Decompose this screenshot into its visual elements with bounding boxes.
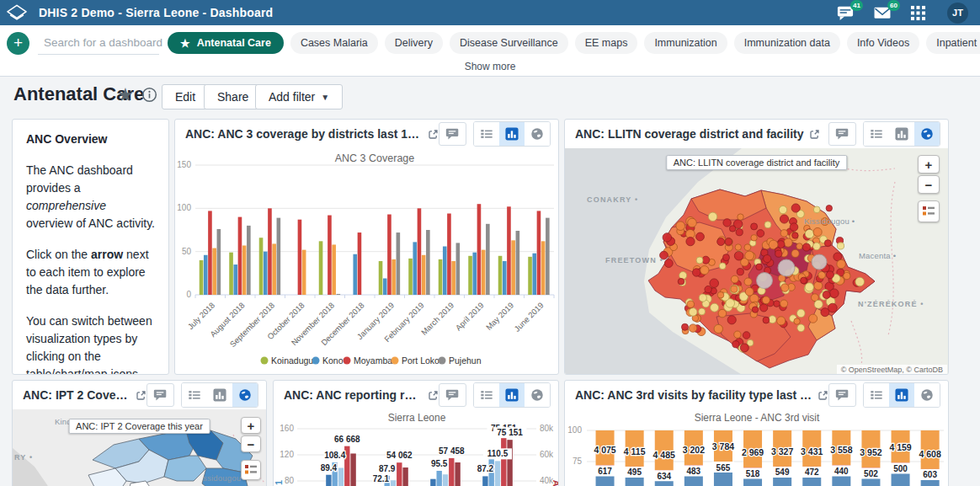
layers-button[interactable] [918, 200, 940, 222]
svg-text:75: 75 [573, 457, 583, 466]
table-view-button[interactable] [474, 383, 499, 407]
table-view-button[interactable] [864, 383, 889, 407]
dashboard-chip-inpatient-bmi-weight-and-height[interactable]: Inpatient BMI, Weight and Height [926, 32, 980, 54]
table-view-button[interactable] [182, 383, 207, 407]
dhis2-logo[interactable] [0, 0, 34, 25]
table-view-button[interactable] [474, 122, 499, 146]
chart-view-button[interactable] [499, 383, 525, 407]
share-button-label: Share [217, 90, 248, 104]
dashboard-chip-info-videos[interactable]: Info Videos [847, 32, 919, 54]
mail-icon[interactable]: 60 [873, 4, 892, 21]
apps-grid-icon[interactable] [910, 4, 929, 21]
chart-view-button[interactable] [889, 122, 914, 146]
grid-icon [910, 5, 926, 21]
comments-button[interactable] [828, 383, 856, 407]
svg-text:3 558: 3 558 [830, 445, 852, 455]
view-switcher [473, 121, 551, 147]
svg-text:617: 617 [598, 467, 612, 476]
dashboard-chip-cases-malaria[interactable]: Cases Malaria [290, 32, 378, 54]
chip-label: Inpatient BMI, Weight and Height [936, 37, 980, 49]
overview-title: ANC Overview [26, 131, 155, 148]
svg-text:Kissidougou •: Kissidougou • [804, 216, 855, 226]
dashboard-chip-antenatal-care[interactable]: ★Antenatal Care [168, 32, 284, 54]
dashboard-chip-ee-maps[interactable]: EE maps [575, 32, 638, 54]
open-in-app-icon[interactable] [809, 129, 820, 140]
zoom-out-button[interactable]: − [918, 175, 940, 194]
table-view-button[interactable] [864, 122, 889, 146]
new-dashboard-button[interactable]: + [7, 32, 29, 55]
svg-text:150: 150 [177, 160, 191, 169]
overview-p2-strong: arrow [91, 248, 123, 261]
map-view-button[interactable] [525, 383, 550, 407]
svg-text:472: 472 [805, 467, 819, 477]
anc3-card-title: ANC: ANC 3 coverage by districts last 12… [185, 127, 423, 141]
share-button[interactable]: Share [204, 84, 262, 109]
comments-button[interactable] [146, 383, 174, 407]
comments-button[interactable] [439, 122, 466, 146]
dashboard-chip-delivery[interactable]: Delivery [385, 32, 443, 54]
llitn-map-canvas[interactable]: Kindia •CONAKRY •FREETOWN •Kissidougou •… [565, 148, 949, 375]
add-filter-button[interactable]: Add filter▼ [255, 84, 343, 109]
comments-button[interactable] [828, 122, 856, 146]
svg-text:Kono: Kono [322, 355, 344, 366]
layers-icon [922, 205, 935, 218]
svg-text:ssidougou •: ssidougou • [203, 473, 246, 483]
reporting-rate-card: ANC: ANC reporting rate, cover... Sierra… [273, 380, 559, 486]
messages-icon[interactable]: 41 [836, 4, 855, 21]
app-header: DHIS 2 Demo - Sierra Leone - Dashboard 4… [0, 0, 980, 25]
chip-label: Immunization data [744, 37, 830, 49]
svg-text:495: 495 [627, 467, 642, 477]
dashboard-chip-immunization[interactable]: Immunization [644, 32, 727, 54]
zoom-in-button[interactable]: + [241, 417, 261, 434]
overview-paragraph-3: You can switch between visualization typ… [26, 312, 155, 375]
map-attribution: © OpenStreetMap, © CartoDB [837, 365, 947, 375]
chart-view-button[interactable] [207, 383, 232, 407]
edit-button-label: Edit [175, 90, 195, 104]
open-in-app-icon[interactable] [136, 390, 146, 401]
svg-text:565: 565 [716, 463, 731, 473]
svg-text:72.1: 72.1 [373, 474, 390, 483]
dashboards-bar: + Search for a dashboard ★Antenatal Care… [0, 25, 980, 61]
svg-text:4 115: 4 115 [624, 446, 646, 457]
llitn-card-header: ANC: LLITN coverage district and facilit… [565, 120, 948, 148]
map-view-button[interactable] [232, 383, 258, 407]
svg-text:440: 440 [834, 467, 849, 476]
svg-text:89.4: 89.4 [321, 463, 338, 473]
svg-text:80: 80 [285, 476, 295, 485]
dashboard-chip-immunization-data[interactable]: Immunization data [734, 32, 840, 54]
app-title: DHIS 2 Demo - Sierra Leone - Dashboard [39, 6, 273, 19]
open-in-app-icon[interactable] [818, 390, 828, 401]
map-view-button[interactable] [914, 122, 940, 146]
zoom-in-button[interactable]: + [918, 155, 940, 174]
dashboard-search[interactable]: Search for a dashboard [38, 32, 159, 55]
zoom-out-button[interactable]: − [241, 435, 261, 452]
reporting-card-header: ANC: ANC reporting rate, cover... [274, 381, 558, 409]
dashboard-chip-disease-surveillance[interactable]: Disease Surveillance [450, 32, 568, 54]
map-view-button[interactable] [525, 122, 550, 146]
show-more-link[interactable]: Show more [0, 61, 980, 77]
open-in-app-icon[interactable] [428, 129, 439, 140]
chart-view-button[interactable] [499, 122, 525, 146]
llitn-map[interactable]: Kindia •CONAKRY •FREETOWN •Kissidougou •… [565, 148, 948, 375]
open-in-app-icon[interactable] [428, 390, 439, 401]
svg-text:FREETOWN •: FREETOWN • [605, 256, 663, 264]
comments-button[interactable] [439, 383, 466, 407]
header-actions: 41 60 JT [836, 3, 968, 24]
user-avatar[interactable]: JT [947, 3, 968, 24]
map-view-button[interactable] [914, 383, 940, 407]
edit-button[interactable]: Edit [162, 84, 209, 109]
layers-button[interactable] [241, 460, 261, 480]
svg-text:634: 634 [657, 472, 671, 481]
chip-label: Immunization [654, 37, 716, 49]
reporting-card-title: ANC: ANC reporting rate, cover... [284, 388, 423, 402]
anc-overview-card: ANC Overview The ANC dashboard provides … [12, 119, 169, 375]
chart-view-button[interactable] [889, 383, 914, 407]
visits-card-title: ANC: ANC 3rd visits by facility type las… [575, 388, 812, 402]
info-icon[interactable] [141, 87, 157, 106]
anc3-card-header: ANC: ANC 3 coverage by districts last 12… [175, 120, 558, 148]
ipt2-map[interactable]: Kindia •RY •ssidougou • ANC: IPT 2 Cover… [13, 409, 266, 486]
star-dashboard-icon[interactable]: ★ [117, 84, 134, 106]
llitn-map-card: ANC: LLITN coverage district and facilit… [564, 119, 949, 375]
star-icon: ★ [180, 38, 190, 49]
chip-label: Delivery [395, 37, 433, 49]
